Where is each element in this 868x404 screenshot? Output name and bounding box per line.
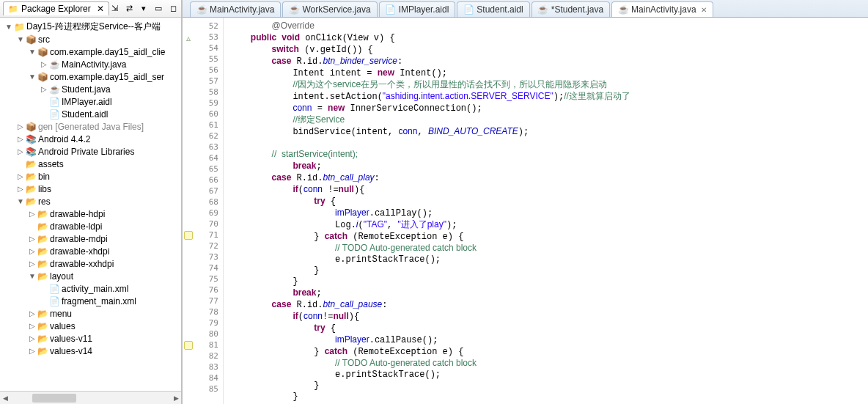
expand-arrow-icon[interactable]: ▷ (16, 122, 25, 131)
line-number[interactable]: 58 (183, 87, 223, 98)
tree-item[interactable]: ▷📂values-v14 (3, 345, 181, 357)
line-number[interactable]: 66 (183, 175, 223, 186)
tree-item[interactable]: ▼📂layout (3, 270, 181, 282)
expand-arrow-icon[interactable]: ▼ (16, 197, 25, 205)
expand-arrow-icon[interactable]: ▷ (40, 85, 48, 93)
tree-item[interactable]: 📂drawable-ldpi (3, 220, 181, 232)
tree-item[interactable]: ▷📂values (3, 320, 181, 332)
line-number[interactable]: 64 (183, 153, 223, 164)
override-marker-icon[interactable]: ▵ (186, 33, 195, 42)
line-number[interactable]: 56 (183, 65, 223, 76)
warning-marker-icon[interactable] (184, 231, 193, 240)
tree-item[interactable]: ▷📚Android Private Libraries (3, 145, 181, 158)
line-number[interactable]: 82 (183, 350, 223, 361)
line-number[interactable]: 57 (183, 76, 223, 87)
line-number[interactable]: 83 (183, 361, 223, 372)
scroll-right-icon[interactable]: ▶ (171, 394, 181, 402)
tree-item[interactable]: ▷📚Android 4.4.2 (3, 133, 181, 145)
expand-arrow-icon[interactable]: ▷ (28, 235, 37, 243)
line-number[interactable]: 65 (183, 164, 223, 175)
tree-item[interactable]: ▷☕Student.java (3, 83, 181, 95)
line-number[interactable]: 80 (183, 328, 223, 339)
line-number[interactable]: 70 (183, 218, 223, 229)
scroll-left-icon[interactable]: ◀ (0, 394, 10, 402)
line-number[interactable]: 62 (183, 131, 223, 142)
expand-arrow-icon[interactable]: ▷ (28, 247, 37, 255)
line-number[interactable]: 71 (183, 229, 223, 240)
close-icon[interactable]: ✕ (97, 4, 104, 14)
editor-tab[interactable]: ☕MainActivity.java✕ (611, 1, 713, 17)
expand-arrow-icon[interactable]: ▷ (16, 147, 25, 155)
line-number[interactable]: 52 (183, 21, 223, 32)
line-number[interactable]: 72 (183, 240, 223, 251)
line-number[interactable]: 59 (183, 98, 223, 109)
editor-tab[interactable]: ☕*Student.java (532, 1, 610, 17)
line-number[interactable]: 85 (183, 383, 223, 394)
tree-item[interactable]: ▷📂drawable-xhdpi (3, 245, 181, 257)
tree-item[interactable]: ▷📂bin (3, 170, 181, 183)
editor-tab[interactable]: 📄Student.aidl (457, 1, 529, 17)
tree-item[interactable]: ▷📂drawable-xxhdpi (3, 257, 181, 270)
line-number[interactable]: 69 (183, 207, 223, 218)
tree-item[interactable]: ▷☕MainActivity.java (3, 58, 181, 70)
link-editor-icon[interactable]: ⇄ (124, 4, 134, 14)
line-number[interactable]: 81 (183, 339, 223, 350)
expand-arrow-icon[interactable]: ▷ (28, 260, 37, 268)
expand-arrow-icon[interactable]: ▷ (28, 347, 37, 355)
expand-arrow-icon[interactable]: ▼ (4, 23, 13, 31)
view-menu-icon[interactable]: ▾ (139, 4, 149, 14)
tree-item[interactable]: ▷📦gen [Generated Java Files] (3, 120, 181, 133)
maximize-icon[interactable]: ◻ (168, 4, 178, 14)
line-number[interactable]: 79 (183, 317, 223, 328)
line-number[interactable]: 75 (183, 273, 223, 284)
line-number[interactable]: 67 (183, 186, 223, 197)
expand-arrow-icon[interactable]: ▷ (28, 334, 37, 342)
editor-tab[interactable]: ☕WorkService.java (282, 1, 377, 17)
line-number[interactable]: 68 (183, 197, 223, 207)
expand-arrow-icon[interactable]: ▷ (16, 185, 25, 193)
tree-item[interactable]: ▷📂drawable-mdpi (3, 232, 181, 245)
expand-arrow-icon[interactable]: ▼ (28, 272, 37, 280)
expand-arrow-icon[interactable]: ▷ (16, 135, 25, 143)
expand-arrow-icon[interactable]: ▷ (16, 172, 25, 180)
tree-item[interactable]: 📄fragment_main.xml (3, 295, 181, 307)
expand-arrow-icon[interactable]: ▷ (28, 322, 37, 330)
collapse-all-icon[interactable]: ⇲ (109, 4, 119, 14)
editor-tab[interactable]: 📄IMPlayer.aidl (379, 1, 456, 17)
expand-arrow-icon[interactable]: ▷ (28, 210, 37, 218)
line-number[interactable]: 77 (183, 295, 223, 306)
line-number[interactable]: 61 (183, 120, 223, 131)
line-number[interactable]: 84 (183, 372, 223, 383)
line-number[interactable]: ▵53 (183, 32, 223, 43)
line-number[interactable]: 74 (183, 262, 223, 273)
line-gutter[interactable]: 52▵5354555657585960616263646566676869707… (183, 18, 224, 404)
line-number[interactable]: 54 (183, 43, 223, 54)
code-editor[interactable]: @Override public void onClick(View v) { … (224, 18, 868, 404)
line-number[interactable]: 63 (183, 142, 223, 153)
line-number[interactable]: 78 (183, 306, 223, 317)
project-tree[interactable]: ▼📁Day15-跨进程绑定Service--客户端▼📦src▼📦com.exam… (0, 18, 181, 391)
tree-item[interactable]: ▷📂menu (3, 307, 181, 320)
line-number[interactable]: 73 (183, 251, 223, 262)
tree-item[interactable]: ▼📁Day15-跨进程绑定Service--客户端 (3, 21, 181, 33)
warning-marker-icon[interactable] (184, 341, 193, 350)
tree-item[interactable]: ▷📂libs (3, 183, 181, 195)
tree-item[interactable]: ▷📂drawable-hdpi (3, 207, 181, 220)
tree-item[interactable]: 📄IMPlayer.aidl (3, 95, 181, 108)
tree-item[interactable]: 📂assets (3, 158, 181, 170)
tree-item[interactable]: ▼📂res (3, 195, 181, 207)
tree-item[interactable]: ▼📦src (3, 33, 181, 45)
tree-item[interactable]: ▼📦com.example.day15_aidl_clie (3, 45, 181, 58)
expand-arrow-icon[interactable]: ▼ (28, 48, 37, 56)
horizontal-scrollbar[interactable]: ◀ ▶ (0, 391, 181, 404)
tree-item[interactable]: 📄Student.aidl (3, 108, 181, 120)
line-number[interactable]: 76 (183, 284, 223, 295)
package-explorer-tab[interactable]: 📁 Package Explorer ✕ (3, 1, 109, 15)
expand-arrow-icon[interactable]: ▼ (28, 73, 37, 81)
line-number[interactable]: 55 (183, 54, 223, 65)
minimize-icon[interactable]: ▭ (153, 4, 163, 14)
close-tab-icon[interactable]: ✕ (701, 6, 707, 14)
expand-arrow-icon[interactable]: ▼ (16, 35, 25, 43)
expand-arrow-icon[interactable]: ▷ (28, 309, 37, 317)
tree-item[interactable]: ▼📦com.example.day15_aidl_ser (3, 70, 181, 83)
